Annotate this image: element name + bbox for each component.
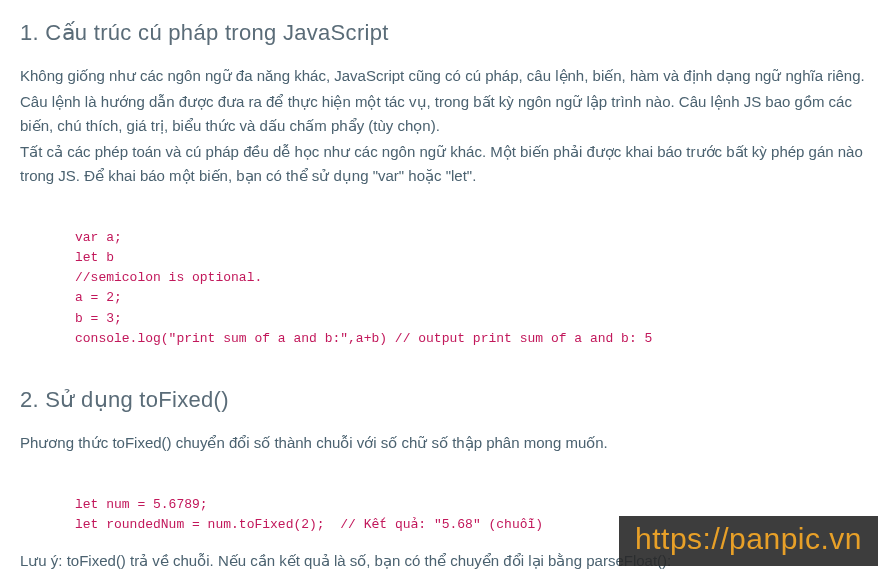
section-1-para-2: Câu lệnh là hướng dẫn được đưa ra để thự…: [20, 90, 870, 138]
section-1-para-3: Tất cả các phép toán và cú pháp đều dễ h…: [20, 140, 870, 188]
watermark: https://panpic.vn: [619, 516, 878, 566]
section-1-paragraphs: Không giống như các ngôn ngữ đa năng khá…: [20, 64, 870, 188]
section-2-paragraphs: Phương thức toFixed() chuyển đổi số thàn…: [20, 431, 870, 455]
section-2-heading: 2. Sử dụng toFixed(): [20, 387, 870, 413]
section-2-para-1: Phương thức toFixed() chuyển đổi số thàn…: [20, 431, 870, 455]
section-1-code-block: var a; let b //semicolon is optional. a …: [20, 208, 870, 369]
section-1-heading: 1. Cấu trúc cú pháp trong JavaScript: [20, 20, 870, 46]
section-1-para-1: Không giống như các ngôn ngữ đa năng khá…: [20, 64, 870, 88]
